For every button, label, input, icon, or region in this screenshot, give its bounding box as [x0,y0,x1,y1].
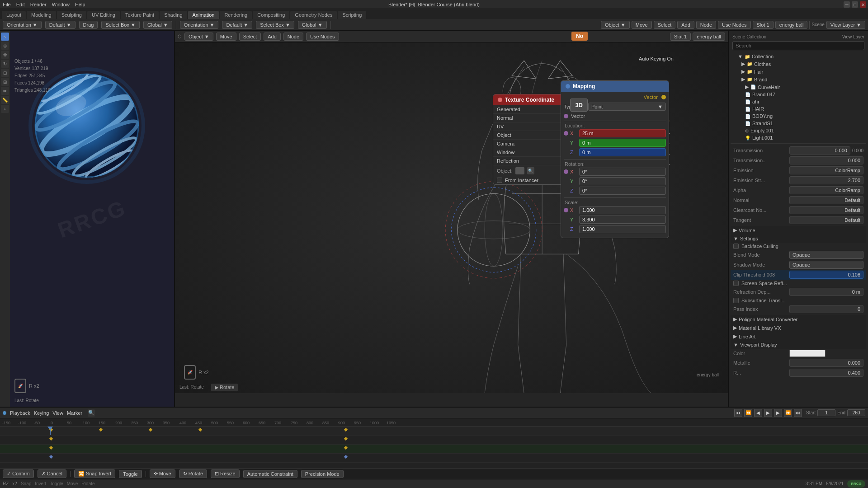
toolbar-global[interactable]: Global ▼ [143,21,172,29]
toolbar-use-nodes[interactable]: Use Nodes [718,21,750,29]
cv-slot[interactable]: Slot 1 [670,33,691,41]
loc-x-value[interactable]: 25 m [579,129,666,137]
cv-energy[interactable]: energy ball [693,33,725,41]
tl-end-frame[interactable]: 260 [847,409,865,416]
precision-mode-btn[interactable]: Precision Mode [301,470,344,478]
normal-value[interactable]: Default [789,196,863,204]
tool-cursor[interactable]: ⊕ [1,42,9,50]
snap-invert-btn[interactable]: 🔀 Snap Invert [74,469,115,478]
toolbar-energy-ball[interactable]: energy ball [775,21,808,29]
rot-z-value[interactable]: 0° [579,187,666,195]
tab-sculpting[interactable]: Sculpting [57,11,86,19]
col-bodyng[interactable]: 📄 BODY.ng [731,113,866,120]
loc-z-value[interactable]: 0 m [579,148,666,156]
resize-btn[interactable]: ⊡ Resize [211,469,240,478]
color-swatch[interactable] [789,350,826,357]
cv-add[interactable]: Add [264,33,281,41]
rotate-op-btn[interactable]: ▶ Rotate [211,384,238,391]
tl-jump-next-frame[interactable]: ▶ [774,409,782,417]
confirm-btn[interactable]: ✓ Confirm [3,469,34,478]
screen-space-cb[interactable] [733,281,739,286]
tl-playback[interactable]: Playback [10,410,30,416]
tl-start-frame[interactable]: 1 [817,409,835,416]
tl-jump-prev-frame[interactable]: ◀ [754,409,762,417]
cv-node[interactable]: Node [283,33,303,41]
menu-window[interactable]: Window [52,2,70,7]
tool-rotate[interactable]: ↻ [1,60,9,68]
toolbar-default2[interactable]: Default ▼ [222,21,252,29]
scale-z-value[interactable]: 1.000 [579,225,666,233]
tab-scripting[interactable]: Scripting [338,11,366,19]
menu-edit[interactable]: Edit [16,2,25,7]
loc-y-value[interactable]: 0 m [579,139,666,147]
clip-threshold-value[interactable]: 0.108 [789,271,863,279]
backface-checkbox[interactable] [733,244,739,249]
settings-section[interactable]: ▼ Settings [731,235,866,243]
type-dropdown[interactable]: Point ▼ [588,103,666,111]
col-strands1[interactable]: 📄 StrandS1 [731,120,866,127]
minimize-btn[interactable]: ─ [844,1,850,8]
col-clothes[interactable]: ▶ 📁 Clothes [731,60,866,68]
col-curvehair[interactable]: ▶ 📄 CurveHair [731,83,866,91]
from-instancer-checkbox[interactable] [497,178,502,183]
blend-mode-dropdown[interactable]: Opaque [789,251,863,259]
cv-use-nodes[interactable]: Use Nodes [306,33,339,41]
tab-shading[interactable]: Shading [160,11,187,19]
tab-rendering[interactable]: Rendering [220,11,252,19]
emission-str-value[interactable]: 2.700 [789,176,863,184]
tl-marker[interactable]: Marker [67,410,82,416]
menu-render[interactable]: Render [30,2,47,7]
polygon-material-section[interactable]: ▶ Poligon Material Converter [731,315,866,324]
vector-out-socket[interactable] [661,95,666,99]
emission-value[interactable]: ColorRamp [789,166,863,174]
tool-select[interactable]: ↖ [1,33,9,41]
toolbar-slot[interactable]: Slot 1 [753,21,774,29]
scale-x-value[interactable]: 1.000 [579,206,666,214]
scale-y-value[interactable]: 3.300 [579,216,666,224]
col-empty001[interactable]: ⊕ Empty.001 [731,127,866,134]
search-input[interactable] [732,41,864,50]
tool-add[interactable]: + [1,105,9,113]
tab-modeling[interactable]: Modeling [27,11,56,19]
tab-geometry-nodes[interactable]: Geometry Nodes [290,11,337,19]
toolbar-select-box2[interactable]: Select Box ▼ [256,21,294,29]
tab-uv-editing[interactable]: UV Editing [87,11,120,19]
tl-jump-end[interactable]: ⏭ [794,409,802,417]
cv-move[interactable]: Move [216,33,236,41]
threed-button[interactable]: 3D [570,99,588,112]
refraction-depth-value[interactable]: 0 m [789,288,863,296]
toolbar-view-layer[interactable]: View Layer ▼ [826,21,865,29]
tl-jump-start[interactable]: ⏮ [734,409,742,417]
shadow-mode-dropdown[interactable]: Opaque [789,261,863,269]
center-viewport[interactable]: RRCG ⬡ Object ▼ Move Select Add Node Use… [175,31,728,407]
cancel-btn[interactable]: ✗ Cancel [38,469,66,478]
col-collection[interactable]: ▼ 📁 Collection [731,53,866,60]
transmission-value[interactable]: 0.000 [789,146,850,155]
col-brand047[interactable]: 📄 Brand.047 [731,91,866,98]
col-brand[interactable]: ▶ 📁 Brand [731,75,866,83]
loc-socket[interactable] [564,131,568,136]
toolbar-object-mode[interactable]: Object ▼ [601,21,630,29]
close-btn[interactable]: ✕ [860,1,866,8]
material-library-section[interactable]: ▶ Material Library VX [731,324,866,332]
tool-annotate[interactable]: ✏ [1,87,9,95]
toolbar-global2[interactable]: Global ▼ [298,21,327,29]
toolbar-select[interactable]: Select [654,21,676,29]
tool-move[interactable]: ✜ [1,51,9,59]
left-viewport[interactable]: RRCG Objects 1 / 46 Vertices 137,219 Edg… [10,31,175,407]
pass-index-value[interactable]: 0 [789,305,863,313]
tl-jump-prev-key[interactable]: ⏪ [744,409,752,417]
subsurface-cb[interactable] [733,298,739,303]
tab-texture-paint[interactable]: Texture Paint [121,11,159,19]
toolbar-orientation[interactable]: Orientation ▼ [3,21,42,29]
roughness-value[interactable]: 0.400 [789,369,863,377]
tool-scale[interactable]: ⊡ [1,69,9,77]
vector-in-socket[interactable] [564,114,568,118]
tl-jump-next-key[interactable]: ⏩ [784,409,792,417]
rot-socket[interactable] [564,169,568,174]
tl-view[interactable]: View [52,410,63,416]
rot-x-value[interactable]: 0° [579,168,666,176]
toolbar-select-box[interactable]: Select Box ▼ [101,21,140,29]
transmission2-value[interactable]: 0.000 [789,156,863,164]
automatic-constraint-btn[interactable]: Automatic Constraint [243,470,297,478]
